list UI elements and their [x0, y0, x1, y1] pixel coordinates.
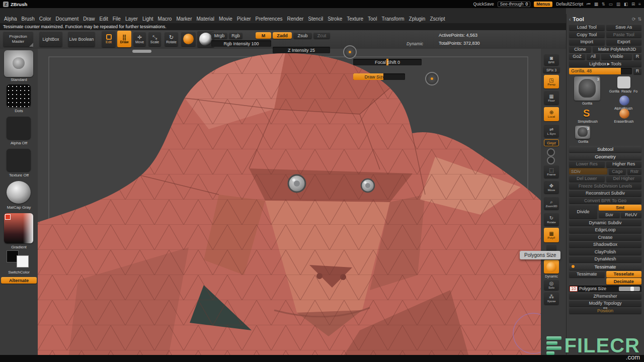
projection-master-button[interactable]: Projection Master: [3, 31, 33, 47]
mrgb-button[interactable]: Mrgb: [211, 32, 227, 39]
claypolish-button[interactable]: ClayPolish: [569, 248, 641, 255]
spix-slider[interactable]: SPix 3: [543, 67, 560, 73]
alphabrush-thumbnail[interactable]: [619, 96, 629, 106]
tesselate-button[interactable]: Tesselate: [606, 271, 642, 278]
dynamic-mode-label[interactable]: Dynamic: [407, 41, 423, 46]
shelf-button-dynamic[interactable]: [544, 260, 559, 274]
shelf-button-bpr[interactable]: ◙ BPR: [544, 54, 559, 65]
rgb-intensity-slider[interactable]: Rgb Intensity 100: [211, 40, 271, 47]
tool-index-slider[interactable]: Gorilla. 48: [569, 68, 632, 74]
menu-item-stencil[interactable]: Stencil: [308, 16, 323, 22]
tessimate-button[interactable]: Tessimate: [569, 271, 605, 278]
z-intensity-slider[interactable]: Z Intensity 25: [273, 47, 330, 53]
menu-item-color[interactable]: Color: [39, 16, 51, 22]
clone-button[interactable]: Clone: [569, 46, 591, 52]
menu-item-macro[interactable]: Macro: [158, 16, 172, 22]
draw-size-slider[interactable]: Draw Size 116: [353, 73, 405, 80]
save-as-button[interactable]: Save As: [606, 24, 642, 31]
alternate-button[interactable]: Alternate: [1, 277, 37, 284]
draw-size-dial-icon[interactable]: [425, 72, 439, 85]
current-tool-thumbnail[interactable]: 3: [574, 76, 600, 101]
decimate-button[interactable]: Decimate: [606, 278, 642, 285]
texture-sphere-button[interactable]: [181, 32, 196, 46]
shelf-button-move[interactable]: ✥ Move: [544, 181, 559, 194]
tool-r-button[interactable]: R: [633, 68, 641, 74]
pivot-circle-icon[interactable]: [547, 148, 555, 156]
lightbox-tools-button[interactable]: Lightbox►Tools: [569, 60, 641, 67]
reconstruct-subdiv-button[interactable]: Reconstruct Subdiv: [569, 190, 641, 197]
shelf-button-local[interactable]: ⊕ Local: [544, 107, 559, 121]
collapse-panel-icon[interactable]: ‹: [569, 17, 571, 22]
dynamesh-button[interactable]: DynaMesh: [569, 256, 641, 262]
zcut-button[interactable]: Zcut: [313, 32, 330, 39]
cage-button[interactable]: Cage: [609, 168, 626, 174]
paste-tool-button[interactable]: Paste Tool: [606, 31, 642, 38]
grid-icon[interactable]: ▦: [594, 2, 598, 7]
polygons-size-handle[interactable]: [630, 287, 634, 291]
menu-item-alpha[interactable]: Alpha: [4, 16, 17, 22]
menu-item-movie[interactable]: Movie: [219, 16, 232, 22]
panel-scroll-icon[interactable]: ⇅: [637, 17, 641, 22]
rotate-button[interactable]: ↻ Rotate: [165, 32, 178, 46]
color-picker-gradient[interactable]: [4, 213, 33, 243]
eraserbrush-thumbnail[interactable]: [619, 109, 629, 119]
smt-button[interactable]: Smt: [599, 205, 641, 211]
current-brush-thumbnail[interactable]: [4, 50, 33, 77]
lightbox-button[interactable]: LightBox: [39, 31, 62, 47]
menu-item-document[interactable]: Document: [56, 16, 79, 22]
del-higher-button[interactable]: Del Higher: [606, 175, 642, 182]
focal-shift-slider[interactable]: Focal Shift 0: [353, 59, 422, 65]
export-button[interactable]: Export: [606, 39, 642, 45]
menu-item-file[interactable]: File: [113, 16, 121, 22]
see-through-slider[interactable]: See-through 0: [498, 2, 531, 7]
shelf-button-persp[interactable]: ◳ Persp: [544, 75, 559, 88]
rstr-button[interactable]: Rstr: [627, 168, 641, 174]
move-button[interactable]: ✛ Move: [133, 32, 146, 46]
menu-item-stroke[interactable]: Stroke: [328, 16, 342, 22]
swap-icon[interactable]: ⇅: [602, 2, 605, 7]
m-button[interactable]: M: [256, 32, 271, 39]
bar-icon[interactable]: ▭: [609, 2, 613, 7]
rgb-button[interactable]: Rgb: [229, 32, 243, 39]
divide-button[interactable]: Divide: [569, 205, 597, 219]
rows-icon[interactable]: ▥: [616, 2, 620, 7]
alpha-off-thumbnail[interactable]: [7, 117, 31, 139]
menu-item-transform[interactable]: Transform: [381, 16, 404, 22]
menu-item-zscript[interactable]: Zscript: [430, 16, 445, 22]
menus-button[interactable]: Menus: [534, 2, 552, 7]
window-icon[interactable]: ⊞: [631, 2, 635, 7]
shelf-button-lsym[interactable]: ⇌ L.Sym: [544, 125, 559, 137]
menu-item-material[interactable]: Material: [197, 16, 215, 22]
goz-visible-button[interactable]: Visible: [601, 53, 632, 60]
suv-button[interactable]: Suv: [599, 212, 620, 218]
menu-item-marker[interactable]: Marker: [176, 16, 192, 22]
gorilla2-thumbnail[interactable]: 3: [575, 126, 590, 139]
shelf-button-floor[interactable]: ▦ Floor: [544, 91, 559, 105]
shelf-button-xpose[interactable]: ⁂ Xpose: [544, 292, 559, 305]
ready-tool-thumbnail[interactable]: [617, 76, 630, 88]
dynamic-subdiv-button[interactable]: Dynamic Subdiv: [569, 219, 641, 226]
shelf-button-frame[interactable]: ⬚ Frame: [544, 165, 559, 178]
quicksave-button[interactable]: QuickSave: [473, 2, 494, 7]
stroke-dots-thumbnail[interactable]: [7, 84, 31, 107]
matcap-gray-thumbnail[interactable]: [7, 181, 31, 204]
half-icon[interactable]: ◧: [624, 2, 628, 7]
goz-r-button[interactable]: R: [633, 53, 641, 60]
copy-tool-button[interactable]: Copy Tool: [569, 31, 605, 38]
menu-item-render[interactable]: Render: [287, 16, 304, 22]
shadowbox-button[interactable]: ShadowBox: [569, 241, 641, 248]
zremesher-button[interactable]: ZRemesher: [569, 293, 641, 299]
menu-item-layer[interactable]: Layer: [125, 16, 138, 22]
draw-button[interactable]: ⣿ Draw: [117, 31, 131, 47]
del-lower-button[interactable]: Del Lower: [569, 175, 605, 182]
menu-item-draw[interactable]: Draw: [83, 16, 95, 22]
shelf-button-gxyz[interactable]: Gxyz: [544, 139, 559, 146]
edgeloop-button[interactable]: EdgeLoop: [569, 227, 641, 233]
rewind-icon[interactable]: ⏮: [587, 2, 591, 7]
higher-res-button[interactable]: Higher Res: [606, 161, 642, 167]
sdiv-slider[interactable]: SDiv: [569, 168, 607, 174]
zadd-button[interactable]: Zadd: [273, 32, 292, 39]
reuv-button[interactable]: ReUV: [621, 212, 642, 218]
goz-button[interactable]: GoZ: [569, 53, 585, 60]
menu-item-brush[interactable]: Brush: [22, 16, 35, 22]
